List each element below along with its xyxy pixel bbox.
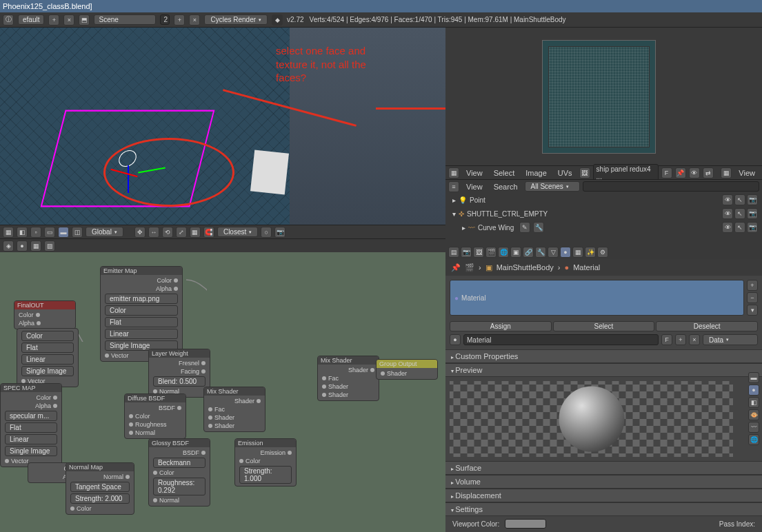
uv-image-menu[interactable]: Image: [521, 169, 551, 177]
edit-icon[interactable]: ✎: [519, 222, 530, 233]
render-layers-tab-icon[interactable]: 🖼: [473, 247, 484, 258]
node-glossy-bsdf[interactable]: Glossy BSDF BSDF Beckmann Color Roughnes…: [148, 438, 210, 507]
3d-viewport[interactable]: select one face and texture it, not all …: [0, 28, 445, 238]
texture-tree-icon[interactable]: ▨: [44, 241, 55, 252]
scene-name[interactable]: Scene: [94, 14, 156, 25]
material-name-field[interactable]: [463, 334, 659, 345]
rotate-icon[interactable]: ⟲: [162, 227, 173, 238]
surface-panel-header[interactable]: Surface: [445, 461, 762, 475]
material-browse-icon[interactable]: ●: [450, 334, 461, 345]
node-diffuse-bsdf[interactable]: Diffuse BSDF BSDF Color Roughness Normal: [124, 393, 186, 439]
face-select-icon[interactable]: ▬: [58, 227, 69, 238]
uv-select-menu[interactable]: Select: [490, 169, 519, 177]
disclosure-icon[interactable]: ▾: [452, 210, 456, 218]
prop-edit-icon[interactable]: ○: [261, 227, 272, 238]
render-tab-icon[interactable]: 📷: [461, 247, 472, 258]
visibility-icon[interactable]: 👁: [722, 208, 733, 219]
modifiers-tab-icon[interactable]: 🔧: [535, 247, 546, 258]
outliner-search-field[interactable]: [583, 181, 759, 192]
uv-view-btn-icon[interactable]: ▦: [721, 167, 732, 178]
node-mix-shader-1[interactable]: Mix Shader Shader Fac Shader Shader: [203, 387, 265, 432]
selectable-icon[interactable]: ↖: [734, 208, 745, 219]
data-tab-icon[interactable]: ▽: [548, 247, 559, 258]
compositor-tree-icon[interactable]: ▦: [30, 241, 41, 252]
particles-tab-icon[interactable]: ✨: [585, 247, 596, 258]
world-tab-icon[interactable]: 🌐: [498, 247, 509, 258]
layers-icon[interactable]: ▦: [190, 227, 201, 238]
node-finalout[interactable]: FinalOUT Color Alpha: [14, 300, 76, 329]
uv-side-view[interactable]: View: [734, 169, 759, 177]
outliner-display-mode[interactable]: All Scenes: [525, 181, 580, 192]
eye-icon[interactable]: 👁: [689, 167, 700, 178]
editor-type-outliner-icon[interactable]: ≡: [448, 181, 459, 192]
material-slot[interactable]: ● Material: [450, 280, 744, 316]
object-tab-icon[interactable]: ▣: [510, 247, 521, 258]
preview-flat-icon[interactable]: ▬: [748, 372, 759, 383]
specials-menu-icon[interactable]: ▾: [747, 305, 758, 316]
fake-user-toggle[interactable]: F: [661, 167, 672, 178]
node-finalout-opts[interactable]: Color Flat Linear Single Image Vector: [17, 328, 79, 387]
disclosure-icon[interactable]: ▸: [462, 224, 465, 232]
vert-select-icon[interactable]: ▫: [30, 227, 41, 238]
pin-icon[interactable]: 📌: [451, 263, 461, 272]
renderable-icon[interactable]: 📷: [747, 208, 758, 219]
node-normal-map[interactable]: Normal Map Normal Tangent Space Strength…: [66, 462, 134, 515]
material-link-dropdown[interactable]: Data: [703, 334, 758, 345]
uv-texture-image[interactable]: [542, 40, 656, 154]
displacement-panel-header[interactable]: Displacement: [445, 489, 762, 502]
deselect-button[interactable]: Deselect: [656, 321, 758, 331]
preview-cube-icon[interactable]: ◧: [748, 397, 759, 408]
limit-sel-icon[interactable]: ◫: [72, 227, 83, 238]
settings-panel-header[interactable]: Settings: [445, 502, 762, 516]
uv-uvs-menu[interactable]: UVs: [554, 169, 576, 177]
node-emitter-map[interactable]: Emitter Map Color Alpha emitter map.png …: [100, 266, 183, 362]
renderable-icon[interactable]: 📷: [747, 194, 758, 205]
preview-sphere-icon[interactable]: ●: [748, 385, 759, 396]
del-scene-icon[interactable]: ×: [189, 14, 200, 25]
add-scene-icon[interactable]: +: [174, 14, 185, 25]
editor-type-icon[interactable]: ⓘ: [3, 14, 14, 25]
node-group-output[interactable]: Group Output Shader: [376, 359, 438, 380]
disclosure-icon[interactable]: ▸: [452, 196, 456, 204]
constraints-tab-icon[interactable]: 🔗: [523, 247, 534, 258]
wrench-icon[interactable]: 🔧: [533, 222, 544, 233]
texture-tab-icon[interactable]: ▦: [572, 247, 583, 258]
breadcrumb-material[interactable]: Material: [573, 263, 600, 272]
del-layout-icon[interactable]: ×: [63, 14, 74, 25]
render-preview-icon[interactable]: 📷: [274, 227, 285, 238]
image-browse-icon[interactable]: 🖼: [579, 167, 590, 178]
visibility-icon[interactable]: 👁: [722, 222, 733, 233]
node-layer-weight[interactable]: Layer Weight Fresnel Facing Blend: 0.500…: [148, 349, 210, 398]
node-emission[interactable]: Emission Emission Color Strength: 1.000: [234, 438, 297, 487]
transform-orientation[interactable]: Global: [86, 227, 123, 237]
pin-icon[interactable]: 📌: [675, 167, 686, 178]
scene-icon[interactable]: ⬒: [79, 14, 90, 25]
outliner-item-point[interactable]: ▸ 💡 Point 👁↖📷: [445, 193, 762, 207]
outliner-item-shuttle-ctrl[interactable]: ▾ ✜ SHUTTLE_CTRL_EMPTY 👁↖📷: [445, 207, 762, 221]
scene-tab-icon[interactable]: 🎬: [485, 247, 497, 258]
preview-world-icon[interactable]: 🌐: [748, 434, 759, 445]
node-spec-map[interactable]: SPEC MAP Color Alpha specular m... Flat …: [0, 383, 62, 467]
screen-layout[interactable]: efault: [18, 14, 44, 25]
add-layout-icon[interactable]: +: [48, 14, 59, 25]
mode-icon[interactable]: ◧: [17, 227, 28, 238]
preview-panel-header[interactable]: Preview: [445, 363, 762, 377]
material-add-icon[interactable]: +: [675, 334, 686, 345]
snap-icon[interactable]: 🧲: [203, 227, 214, 238]
remove-material-slot-icon[interactable]: −: [747, 292, 758, 303]
preview-monkey-icon[interactable]: 🐵: [748, 409, 759, 420]
outliner-item-curve-wing[interactable]: ▸ 〰 Curve Wing ✎ 🔧 👁↖📷: [445, 221, 762, 234]
editor-type-props-icon[interactable]: ▤: [448, 247, 459, 258]
translate-icon[interactable]: ↔: [148, 227, 159, 238]
edge-select-icon[interactable]: ▭: [44, 227, 55, 238]
manipulator-icon[interactable]: ✥: [134, 227, 146, 238]
editor-type-3d-icon[interactable]: ▦: [3, 227, 14, 238]
node-mix-shader-2[interactable]: Mix Shader Shader Fac Shader Shader: [317, 356, 379, 401]
material-unlink-icon[interactable]: ×: [689, 334, 700, 345]
scale-icon[interactable]: ⤢: [176, 227, 187, 238]
uv-sync-icon[interactable]: ⇄: [703, 167, 714, 178]
material-tab-icon[interactable]: ●: [560, 247, 571, 258]
breadcrumb-object[interactable]: MainShuttleBody: [497, 263, 554, 272]
uv-view-menu[interactable]: View: [462, 169, 487, 177]
renderable-icon[interactable]: 📷: [747, 222, 758, 233]
